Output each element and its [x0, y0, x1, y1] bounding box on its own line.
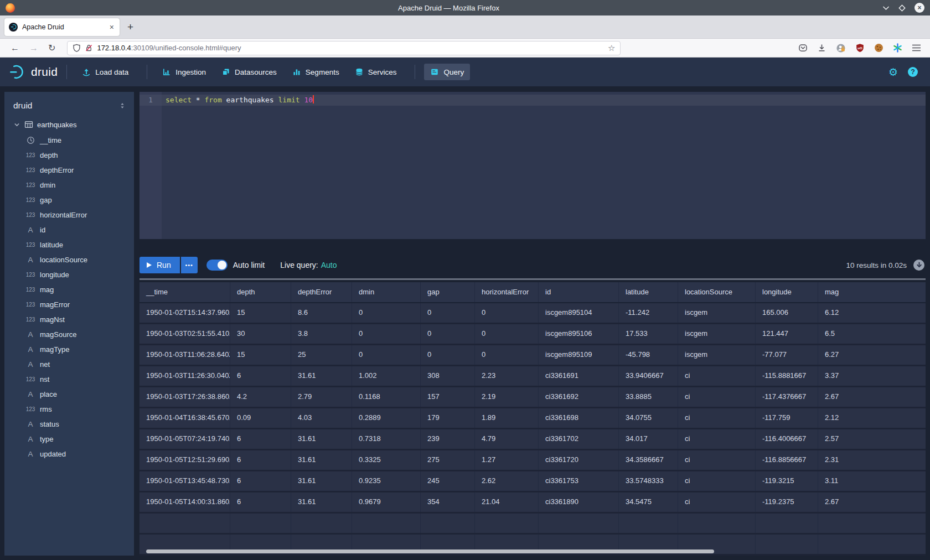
run-more-button[interactable]: ••• — [181, 257, 198, 273]
table-cell[interactable]: ci — [678, 450, 756, 470]
help-icon[interactable]: ? — [908, 67, 918, 77]
table-cell[interactable]: 4.79 — [475, 429, 539, 449]
sidebar-column-dmin[interactable]: 123dmin — [4, 178, 134, 193]
table-cell[interactable]: 157 — [421, 387, 475, 407]
table-cell[interactable]: 33.8885 — [619, 387, 678, 407]
table-cell[interactable]: ci3361702 — [539, 429, 619, 449]
run-button[interactable]: Run — [140, 257, 180, 273]
cookie-icon[interactable] — [874, 43, 884, 53]
extension-asterisk-icon[interactable] — [893, 43, 902, 53]
table-cell[interactable]: -116.4006667 — [756, 429, 818, 449]
header-cell-latitude[interactable]: latitude — [619, 282, 678, 302]
table-cell[interactable]: 1950-01-02T15:14:37.960Z — [140, 303, 230, 323]
table-cell[interactable]: 1950-01-05T13:45:48.730Z — [140, 471, 230, 491]
ublock-icon[interactable]: uO — [855, 43, 865, 53]
table-cell[interactable]: 0 — [475, 324, 539, 344]
sidebar-column-nst[interactable]: 123nst — [4, 372, 134, 387]
table-cell[interactable]: iscgem895106 — [539, 324, 619, 344]
sidebar-column-rms[interactable]: 123rms — [4, 402, 134, 417]
sidebar-column-id[interactable]: Aid — [4, 222, 134, 237]
sidebar-column-latitude[interactable]: 123latitude — [4, 237, 134, 252]
table-cell[interactable]: 0 — [421, 345, 475, 365]
table-cell[interactable]: 1950-01-03T11:26:30.040Z — [140, 366, 230, 386]
schema-header[interactable]: druid — [4, 98, 134, 116]
sort-double-caret-icon[interactable] — [118, 102, 126, 110]
table-cell[interactable]: 2.62 — [475, 471, 539, 491]
table-cell[interactable]: 6 — [230, 366, 291, 386]
table-cell[interactable]: 31.61 — [291, 429, 352, 449]
nav-item-load-data[interactable]: Load data — [76, 64, 135, 80]
table-cell[interactable]: 8.6 — [291, 303, 352, 323]
header-cell-id[interactable]: id — [539, 282, 619, 302]
table-cell[interactable]: 0.3325 — [352, 450, 421, 470]
table-cell[interactable]: -11.242 — [619, 303, 678, 323]
table-cell[interactable]: -45.798 — [619, 345, 678, 365]
table-cell[interactable]: 31.61 — [291, 492, 352, 512]
table-cell[interactable]: 179 — [421, 408, 475, 428]
table-cell[interactable]: iscgem895109 — [539, 345, 619, 365]
header-cell-depth[interactable]: depth — [230, 282, 291, 302]
table-cell[interactable]: 2.67 — [818, 492, 926, 512]
table-cell[interactable]: 33.5748333 — [619, 471, 678, 491]
tracking-shield-icon[interactable] — [73, 44, 81, 52]
table-cell[interactable]: 0 — [352, 324, 421, 344]
header-cell-mag[interactable]: mag — [818, 282, 926, 302]
table-cell[interactable]: 2.23 — [475, 366, 539, 386]
table-cell[interactable]: 30 — [230, 324, 291, 344]
table-cell[interactable]: 1950-01-03T02:51:55.410Z — [140, 324, 230, 344]
table-cell[interactable]: 0.1168 — [352, 387, 421, 407]
nav-item-datasources[interactable]: Datasources — [215, 64, 283, 80]
table-cell[interactable]: 239 — [421, 429, 475, 449]
table-cell[interactable]: -119.3215 — [756, 471, 818, 491]
header-cell-depthError[interactable]: depthError — [291, 282, 352, 302]
sidebar-column-magNst[interactable]: 123magNst — [4, 312, 134, 327]
table-cell[interactable]: ci — [678, 408, 756, 428]
header-cell-gap[interactable]: gap — [421, 282, 475, 302]
table-cell[interactable]: 0 — [352, 303, 421, 323]
menu-hamburger-icon[interactable] — [912, 44, 921, 51]
header-cell-__time[interactable]: __time — [140, 282, 230, 302]
back-button[interactable]: ← — [11, 44, 19, 53]
table-cell[interactable]: -117.4376667 — [756, 387, 818, 407]
url-text[interactable]: 172.18.0.4:30109/unified-console.html#qu… — [97, 44, 604, 52]
table-cell[interactable]: 308 — [421, 366, 475, 386]
table-cell[interactable]: 0.9235 — [352, 471, 421, 491]
table-cell[interactable]: 0 — [421, 303, 475, 323]
table-cell[interactable]: 0 — [352, 345, 421, 365]
live-query-value[interactable]: Auto — [321, 261, 337, 269]
table-cell[interactable]: -116.8856667 — [756, 450, 818, 470]
tab-close-icon[interactable]: × — [108, 22, 115, 32]
sidebar-column-locationSource[interactable]: AlocationSource — [4, 252, 134, 267]
table-cell[interactable]: 0.7318 — [352, 429, 421, 449]
table-cell[interactable]: -115.8881667 — [756, 366, 818, 386]
sidebar-column-status[interactable]: Astatus — [4, 417, 134, 432]
table-cell[interactable]: ci — [678, 471, 756, 491]
table-cell[interactable]: 1.002 — [352, 366, 421, 386]
table-cell[interactable]: 1950-01-05T07:24:19.740Z — [140, 429, 230, 449]
table-cell[interactable]: iscgem — [678, 345, 756, 365]
table-cell[interactable]: 34.3586667 — [619, 450, 678, 470]
table-cell[interactable]: 245 — [421, 471, 475, 491]
table-cell[interactable]: 15 — [230, 345, 291, 365]
code-area[interactable]: select * from earthquakes limit 10 — [162, 92, 926, 239]
sidebar-column-type[interactable]: Atype — [4, 432, 134, 447]
header-cell-locationSource[interactable]: locationSource — [678, 282, 756, 302]
table-cell[interactable]: 0.2889 — [352, 408, 421, 428]
table-cell[interactable]: 3.8 — [291, 324, 352, 344]
query-editor[interactable]: 1 select * from earthquakes limit 10 — [140, 92, 926, 239]
sidebar-column-depth[interactable]: 123depth — [4, 148, 134, 163]
table-cell[interactable]: ci3361720 — [539, 450, 619, 470]
table-cell[interactable]: ci3361890 — [539, 492, 619, 512]
sidebar-column-longitude[interactable]: 123longitude — [4, 267, 134, 282]
sidebar-column-__time[interactable]: __time — [4, 133, 134, 148]
header-cell-horizontalError[interactable]: horizontalError — [475, 282, 539, 302]
table-cell[interactable]: 2.57 — [818, 429, 926, 449]
table-cell[interactable]: 31.61 — [291, 471, 352, 491]
settings-gear-icon[interactable]: ⚙ — [888, 67, 898, 77]
table-cell[interactable]: ci3361691 — [539, 366, 619, 386]
table-cell[interactable]: 34.017 — [619, 429, 678, 449]
table-cell[interactable]: 2.12 — [818, 408, 926, 428]
table-cell[interactable]: 0 — [421, 324, 475, 344]
table-cell[interactable]: 0.09 — [230, 408, 291, 428]
table-cell[interactable]: 2.79 — [291, 387, 352, 407]
